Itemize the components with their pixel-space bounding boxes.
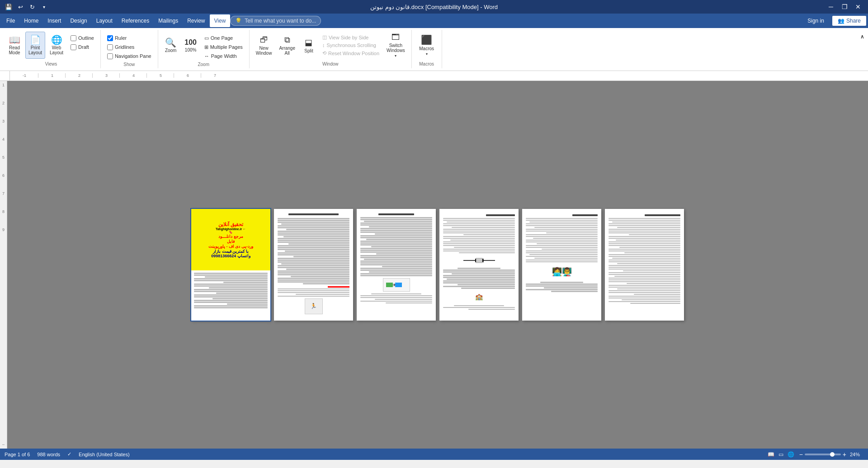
ribbon-collapse-btn[interactable]: ∧ [859, 32, 866, 42]
outline-label: Outline [78, 35, 94, 41]
title-bar: 💾 ↩ ↻ ▾ قانون دوم نیوتن.docx [Compatibil… [0, 0, 868, 14]
tell-me-text: Tell me what you want to do... [245, 18, 316, 24]
undo-quick-btn[interactable]: ↩ [15, 2, 25, 12]
print-layout-btn[interactable]: 📄 PrintLayout [25, 32, 45, 59]
menu-home[interactable]: Home [19, 14, 43, 27]
quick-access-toolbar: 💾 ↩ ↻ ▾ [4, 2, 49, 12]
zoom-plus-btn[interactable]: + [843, 451, 846, 458]
zoom-label: Zoom [165, 48, 177, 53]
share-icon: 👥 [838, 18, 844, 24]
split-icon: ⬓ [305, 38, 312, 47]
redo-quick-btn[interactable]: ↻ [27, 2, 37, 12]
page-3[interactable] [357, 209, 436, 321]
outline-checkbox[interactable] [71, 35, 76, 41]
reset-position-label: Reset Window Position [328, 51, 379, 56]
print-layout-icon: 📄 [30, 35, 41, 44]
sign-in-btn[interactable]: Sign in [803, 16, 829, 26]
nav-pane-check[interactable]: Navigation Pane [104, 52, 154, 61]
outline-check[interactable]: Outline [68, 33, 97, 43]
split-label: Split [304, 48, 313, 53]
menu-review[interactable]: Review [183, 14, 209, 27]
one-page-btn[interactable]: ▭ One Page [202, 33, 245, 43]
draft-checkbox[interactable] [71, 44, 76, 50]
view-side-label: View Side by Side [329, 35, 368, 40]
share-btn[interactable]: 👥 Share [832, 16, 866, 26]
view-buttons: 📖 ▭ 🌐 [767, 450, 796, 459]
gridlines-check[interactable]: Gridlines [104, 43, 154, 52]
macros-btn[interactable]: ⬛ Macros ▾ [415, 32, 438, 59]
page-1-lower [191, 270, 270, 311]
horizontal-ruler: -1 1 2 3 4 5 6 7 [10, 71, 868, 81]
view-side-by-side-btn[interactable]: ◫ View Side by Side [320, 33, 382, 41]
switch-windows-label: SwitchWindows [387, 43, 405, 53]
macros-group-label: Macros [415, 60, 438, 68]
zoom-slider[interactable] [805, 454, 841, 455]
zoom-btn[interactable]: 🔍 Zoom [162, 32, 180, 59]
save-quick-btn[interactable]: 💾 [4, 2, 14, 12]
sync-scrolling-btn[interactable]: ↕ Synchronous Scrolling [320, 42, 382, 49]
zoom-100-icon: 100 [184, 38, 197, 47]
page-4[interactable]: 🏫 [439, 209, 519, 321]
zoom-minus-btn[interactable]: − [799, 451, 803, 458]
web-layout-icon: 🌐 [51, 35, 62, 44]
ribbon-group-zoom: 🔍 Zoom 100 100% ▭ One Page ⊞ Multiple Pa… [158, 30, 250, 68]
spelling-icon[interactable]: ✓ [67, 451, 71, 457]
page-width-btn[interactable]: ↔ Page Width [202, 52, 245, 61]
svg-rect-7 [476, 258, 482, 263]
macros-icon: ⬛ [421, 34, 432, 45]
page-width-icon: ↔ [204, 53, 209, 59]
reset-position-btn[interactable]: ⟲ Reset Window Position [320, 49, 382, 57]
menu-view[interactable]: View [210, 14, 231, 27]
ruler-checkbox[interactable] [107, 35, 113, 41]
arrange-all-icon: ⧉ [284, 35, 290, 45]
zoom-slider-area[interactable]: − + [799, 451, 846, 458]
page-6[interactable] [605, 209, 684, 321]
page-5[interactable]: 👨‍🏫👩‍💻 [522, 209, 601, 321]
zoom-level[interactable]: 24% [850, 452, 863, 457]
sync-scrolling-label: Synchronous Scrolling [326, 43, 376, 48]
new-window-btn[interactable]: 🗗 NewWindow [253, 32, 275, 59]
minimize-btn[interactable]: ─ [825, 1, 837, 12]
menu-bar: File Home Insert Design Layout Reference… [0, 14, 868, 28]
arrange-all-btn[interactable]: ⧉ ArrangeAll [276, 32, 298, 59]
multiple-pages-icon: ⊞ [204, 44, 208, 50]
restore-btn[interactable]: ❐ [838, 1, 851, 12]
gridlines-checkbox[interactable] [107, 44, 113, 50]
menu-insert[interactable]: Insert [43, 14, 66, 27]
nav-pane-checkbox[interactable] [107, 53, 113, 59]
multiple-pages-label: Multiple Pages [210, 44, 243, 50]
ruler-check[interactable]: Ruler [104, 33, 154, 43]
print-view-btn[interactable]: ▭ [777, 450, 786, 459]
pages-container[interactable]: تحقیق آنلاین Tahghighonline.ir ← 🔖 مرجع … [7, 81, 868, 449]
language[interactable]: English (United States) [79, 452, 130, 457]
page-2[interactable]: 🏃 [274, 209, 353, 321]
ruler-area: -1 1 2 3 4 5 6 7 [0, 71, 868, 81]
page-1[interactable]: تحقیق آنلاین Tahghighonline.ir ← 🔖 مرجع … [191, 209, 270, 321]
zoom-icon: 🔍 [165, 38, 176, 47]
new-window-label: NewWindow [256, 46, 272, 56]
menu-design[interactable]: Design [66, 14, 91, 27]
macros-label: Macros [419, 46, 434, 51]
one-page-label: One Page [211, 35, 233, 41]
views-col-right: Outline Draft [68, 32, 97, 52]
menu-references[interactable]: References [117, 14, 154, 27]
web-layout-btn[interactable]: 🌐 WebLayout [47, 32, 66, 59]
one-page-icon: ▭ [204, 35, 209, 41]
menu-right: Sign in 👥 Share [803, 16, 866, 26]
more-quick-btn[interactable]: ▾ [39, 2, 49, 12]
tell-me-box[interactable]: 💡 Tell me what you want to do... [230, 16, 321, 26]
menu-layout[interactable]: Layout [92, 14, 117, 27]
ad-content: تحقیق آنلاین Tahghighonline.ir ← 🔖 مرجع … [191, 209, 270, 270]
read-view-btn[interactable]: 📖 [767, 450, 776, 459]
zoom-label-group: Zoom [162, 61, 245, 69]
switch-windows-btn[interactable]: 🗔 SwitchWindows ▾ [384, 32, 408, 59]
web-view-btn[interactable]: 🌐 [787, 450, 796, 459]
split-btn[interactable]: ⬓ Split [300, 32, 318, 59]
menu-mailings[interactable]: Mailings [154, 14, 183, 27]
zoom-100-btn[interactable]: 100 100% [182, 32, 200, 59]
draft-check[interactable]: Draft [68, 43, 97, 52]
close-btn[interactable]: ✕ [852, 1, 864, 12]
read-mode-btn[interactable]: 📖 ReadMode [5, 32, 24, 59]
multiple-pages-btn[interactable]: ⊞ Multiple Pages [202, 43, 245, 52]
menu-file[interactable]: File [2, 14, 19, 27]
